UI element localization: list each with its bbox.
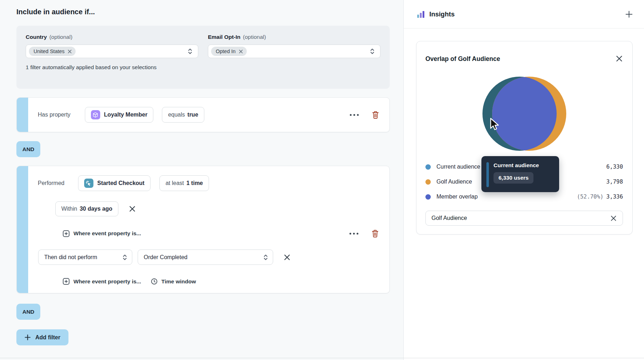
country-field: Country(optional) United States	[26, 34, 198, 58]
close-icon	[616, 55, 623, 62]
trash-icon	[371, 229, 379, 238]
venn-tooltip: Current audience 6,330 users	[481, 156, 559, 192]
within-window-button[interactable]: Within 30 days ago	[55, 201, 118, 216]
add-event-property-button[interactable]: Where event property is...	[63, 230, 141, 237]
chevron-updown-icon	[187, 48, 193, 55]
remove-negation-button[interactable]	[283, 253, 291, 261]
overlap-card-title: Overlap of Golf Audience	[425, 55, 500, 63]
audience-search-input[interactable]: Golf Audience	[425, 211, 623, 226]
tooltip-title: Current audience	[494, 162, 539, 169]
bar-chart-icon	[417, 10, 425, 18]
venn-diagram[interactable]	[482, 77, 566, 151]
add-event-property-button[interactable]: Where event property is...	[63, 278, 141, 285]
delete-rule-button[interactable]	[371, 229, 379, 238]
rule-accent-bar	[17, 166, 28, 293]
time-window-row: Within 30 days ago	[55, 201, 379, 216]
more-options-button[interactable]	[348, 231, 360, 236]
country-chip[interactable]: United States	[29, 47, 76, 56]
close-icon	[610, 215, 617, 221]
bottom-divider	[0, 358, 644, 358]
country-select[interactable]: United States	[26, 45, 198, 58]
and-connector-badge: AND	[16, 304, 40, 320]
plus-box-icon	[63, 230, 70, 237]
property-button[interactable]: Loyalty Member	[85, 107, 154, 123]
negation-event-select[interactable]: Order Completed	[138, 250, 273, 265]
chevron-updown-icon	[122, 254, 128, 261]
plus-icon	[625, 10, 633, 18]
rule-accent-bar	[17, 98, 28, 132]
event-click-icon	[84, 179, 93, 188]
property-cube-icon	[91, 110, 100, 119]
operator-value-button[interactable]: equals true	[162, 107, 204, 123]
legend-dot	[425, 164, 431, 170]
add-insight-button[interactable]	[624, 10, 634, 19]
plus-icon	[25, 334, 31, 340]
event-button[interactable]: Started Checkout	[78, 175, 150, 191]
property-rule-card: Has property Loyalty Member equals true	[16, 97, 390, 132]
legend-dot	[425, 179, 431, 185]
tooltip-accent-bar	[486, 162, 489, 187]
where-property-row: Where event property is...	[63, 229, 379, 238]
email-optin-label: Email Opt-In	[208, 34, 240, 40]
plus-box-icon	[63, 278, 70, 285]
email-optin-optional-tag: (optional)	[243, 34, 266, 40]
legend-dot	[425, 194, 431, 200]
then-did-not-perform-select[interactable]: Then did not perform	[38, 250, 132, 265]
has-property-label: Has property	[38, 112, 71, 118]
event-rule-card: Performed Started Checkout at least 1 ti…	[16, 166, 390, 293]
chip-remove-icon[interactable]	[239, 50, 243, 53]
performed-label: Performed	[38, 180, 65, 186]
overlap-card: Overlap of Golf Audience Current audienc…	[416, 41, 633, 235]
tooltip-value-badge: 6,330 users	[494, 172, 533, 184]
prefilter-section: Country(optional) United States	[16, 26, 390, 89]
country-optional-tag: (optional)	[49, 34, 72, 40]
chevron-updown-icon	[263, 254, 269, 261]
clock-icon	[151, 278, 158, 285]
email-optin-select[interactable]: Opted In	[208, 45, 380, 58]
and-connector-badge: AND	[16, 141, 40, 157]
more-options-button[interactable]	[348, 113, 360, 117]
negation-options-row: Where event property is... Time window	[63, 278, 379, 285]
performed-row: Performed Started Checkout at least 1 ti…	[38, 175, 379, 191]
add-filter-button[interactable]: Add filter	[16, 329, 68, 345]
delete-rule-button[interactable]	[372, 110, 379, 119]
close-card-button[interactable]	[615, 55, 623, 63]
email-optin-chip[interactable]: Opted In	[211, 47, 247, 56]
email-optin-field: Email Opt-In(optional) Opted In	[208, 34, 380, 58]
trash-icon	[372, 110, 379, 119]
remove-window-button[interactable]	[128, 205, 136, 213]
insights-panel: Insights Overlap of Golf Audience Curren…	[403, 0, 644, 360]
prefilter-note: 1 filter automatically applied based on …	[26, 64, 380, 71]
chip-remove-icon[interactable]	[68, 50, 72, 53]
close-icon	[284, 254, 290, 261]
negation-row: Then did not perform Order Completed	[38, 250, 379, 265]
frequency-button[interactable]: at least 1 time	[159, 175, 209, 191]
time-window-button[interactable]: Time window	[151, 278, 196, 285]
audience-builder-panel: Include in audience if... Country(option…	[0, 0, 403, 360]
insights-header: Insights	[404, 0, 644, 29]
close-icon	[129, 206, 136, 212]
insights-title: Insights	[429, 10, 455, 18]
chevron-updown-icon	[369, 48, 375, 55]
country-label: Country	[26, 34, 47, 40]
clear-audience-button[interactable]	[610, 215, 617, 222]
page-title: Include in audience if...	[16, 8, 390, 16]
